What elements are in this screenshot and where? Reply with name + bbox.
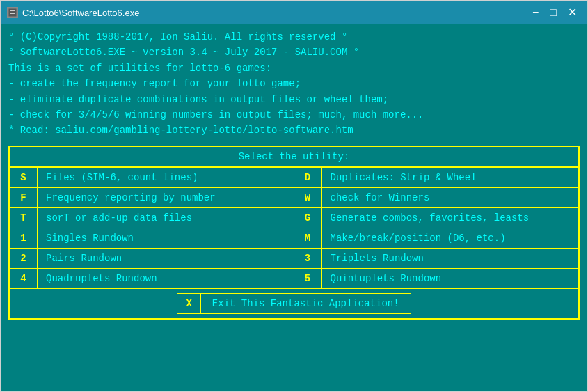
title-bar: C:\Lotto6\SoftwareLotto6.exe − □ ✕ (1, 1, 587, 24)
exit-key[interactable]: X (177, 294, 200, 313)
utility-table: Select the utility: S Files (SIM-6, coun… (8, 146, 580, 320)
label-3[interactable]: Triplets Rundown (322, 249, 579, 268)
exit-row: X Exit This Fantastic Application! (10, 288, 578, 318)
key-3[interactable]: 3 (294, 249, 322, 268)
key-m[interactable]: M (294, 228, 322, 248)
exit-label[interactable]: Exit This Fantastic Application! (201, 294, 411, 313)
table-row: 1 Singles Rundown (10, 228, 294, 249)
label-s[interactable]: Files (SIM-6, count lines) (38, 168, 294, 187)
table-row: W check for Winners (294, 188, 579, 208)
table-row: T sorT or add-up data files (10, 208, 294, 228)
info-line-7: * Read: saliu.com/gambling-lottery-lotto… (8, 123, 580, 138)
info-line-2: ° SoftwareLotto6.EXE ~ version 3.4 ~ Jul… (8, 45, 580, 60)
table-row: 4 Quadruplets Rundown (10, 269, 294, 288)
key-2[interactable]: 2 (10, 249, 38, 268)
table-row: 3 Triplets Rundown (294, 249, 579, 269)
table-header: Select the utility: (10, 147, 578, 168)
info-line-6: - check for 3/4/5/6 winning numbers in o… (8, 107, 580, 123)
table-row: M Make/break/position (D6, etc.) (294, 228, 579, 249)
table-grid: S Files (SIM-6, count lines) D Duplicate… (10, 168, 578, 288)
content-area: ° (C)Copyright 1988-2017, Ion Saliu. All… (1, 24, 587, 391)
label-g[interactable]: Generate combos, favorites, leasts (322, 208, 579, 228)
svg-rect-2 (10, 13, 15, 14)
table-row: 2 Pairs Rundown (10, 249, 294, 269)
main-window: C:\Lotto6\SoftwareLotto6.exe − □ ✕ ° (C)… (0, 0, 588, 392)
svg-rect-1 (10, 10, 15, 11)
label-2[interactable]: Pairs Rundown (38, 249, 294, 268)
title-controls: − □ ✕ (528, 7, 581, 18)
key-w[interactable]: W (294, 188, 322, 207)
key-f[interactable]: F (10, 188, 38, 207)
table-row: D Duplicates: Strip & Wheel (294, 168, 579, 188)
info-text: ° (C)Copyright 1988-2017, Ion Saliu. All… (8, 29, 580, 139)
table-row: G Generate combos, favorites, leasts (294, 208, 579, 228)
label-w[interactable]: check for Winners (322, 188, 579, 207)
close-button[interactable]: ✕ (564, 7, 581, 18)
minimize-button[interactable]: − (528, 7, 543, 18)
label-m[interactable]: Make/break/position (D6, etc.) (322, 228, 579, 248)
key-5[interactable]: 5 (294, 269, 322, 288)
exit-cell[interactable]: X Exit This Fantastic Application! (177, 293, 411, 314)
key-s[interactable]: S (10, 168, 38, 187)
table-row: 5 Quintuplets Rundown (294, 269, 579, 288)
label-f[interactable]: Frequency reporting by number (38, 188, 294, 207)
label-d[interactable]: Duplicates: Strip & Wheel (322, 168, 579, 187)
title-bar-left: C:\Lotto6\SoftwareLotto6.exe (7, 7, 139, 18)
key-1[interactable]: 1 (10, 228, 38, 248)
info-line-4: - create the frequency report for your l… (8, 76, 580, 91)
key-g[interactable]: G (294, 208, 322, 228)
label-1[interactable]: Singles Rundown (38, 228, 294, 248)
info-line-5: - eliminate duplicate combinations in ou… (8, 92, 580, 107)
key-d[interactable]: D (294, 168, 322, 187)
label-4[interactable]: Quadruplets Rundown (38, 269, 294, 288)
label-t[interactable]: sorT or add-up data files (38, 208, 294, 228)
app-icon (7, 7, 18, 18)
key-t[interactable]: T (10, 208, 38, 228)
info-line-3: This is a set of utilities for lotto-6 g… (8, 61, 580, 76)
info-line-1: ° (C)Copyright 1988-2017, Ion Saliu. All… (8, 29, 580, 45)
label-5[interactable]: Quintuplets Rundown (322, 269, 579, 288)
maximize-button[interactable]: □ (546, 7, 561, 18)
key-4[interactable]: 4 (10, 269, 38, 288)
table-row: S Files (SIM-6, count lines) (10, 168, 294, 188)
window-title: C:\Lotto6\SoftwareLotto6.exe (22, 8, 139, 18)
table-row: F Frequency reporting by number (10, 188, 294, 208)
